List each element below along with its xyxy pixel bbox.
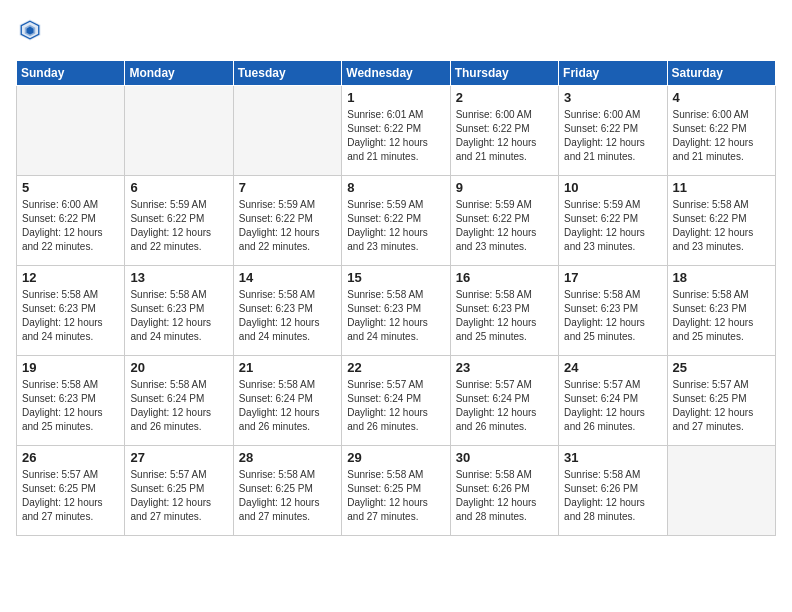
day-number: 25 xyxy=(673,360,770,375)
day-number: 8 xyxy=(347,180,444,195)
calendar-cell: 11Sunrise: 5:58 AM Sunset: 6:22 PM Dayli… xyxy=(667,176,775,266)
day-number: 28 xyxy=(239,450,336,465)
day-number: 4 xyxy=(673,90,770,105)
calendar-cell: 18Sunrise: 5:58 AM Sunset: 6:23 PM Dayli… xyxy=(667,266,775,356)
logo-icon xyxy=(16,16,44,44)
page-header xyxy=(16,16,776,44)
day-info: Sunrise: 5:57 AM Sunset: 6:25 PM Dayligh… xyxy=(673,378,770,434)
calendar-header-row: SundayMondayTuesdayWednesdayThursdayFrid… xyxy=(17,61,776,86)
day-number: 29 xyxy=(347,450,444,465)
calendar-week-2: 5Sunrise: 6:00 AM Sunset: 6:22 PM Daylig… xyxy=(17,176,776,266)
day-number: 31 xyxy=(564,450,661,465)
calendar-cell: 29Sunrise: 5:58 AM Sunset: 6:25 PM Dayli… xyxy=(342,446,450,536)
calendar-cell: 1Sunrise: 6:01 AM Sunset: 6:22 PM Daylig… xyxy=(342,86,450,176)
day-number: 24 xyxy=(564,360,661,375)
day-number: 20 xyxy=(130,360,227,375)
day-number: 12 xyxy=(22,270,119,285)
calendar-cell: 19Sunrise: 5:58 AM Sunset: 6:23 PM Dayli… xyxy=(17,356,125,446)
day-info: Sunrise: 5:59 AM Sunset: 6:22 PM Dayligh… xyxy=(456,198,553,254)
day-info: Sunrise: 5:59 AM Sunset: 6:22 PM Dayligh… xyxy=(239,198,336,254)
calendar-cell xyxy=(667,446,775,536)
day-info: Sunrise: 5:58 AM Sunset: 6:23 PM Dayligh… xyxy=(22,378,119,434)
day-number: 10 xyxy=(564,180,661,195)
day-number: 15 xyxy=(347,270,444,285)
day-info: Sunrise: 5:58 AM Sunset: 6:25 PM Dayligh… xyxy=(347,468,444,524)
day-info: Sunrise: 5:57 AM Sunset: 6:25 PM Dayligh… xyxy=(130,468,227,524)
calendar-week-1: 1Sunrise: 6:01 AM Sunset: 6:22 PM Daylig… xyxy=(17,86,776,176)
day-number: 26 xyxy=(22,450,119,465)
calendar-cell: 13Sunrise: 5:58 AM Sunset: 6:23 PM Dayli… xyxy=(125,266,233,356)
calendar-cell: 9Sunrise: 5:59 AM Sunset: 6:22 PM Daylig… xyxy=(450,176,558,266)
calendar-cell: 6Sunrise: 5:59 AM Sunset: 6:22 PM Daylig… xyxy=(125,176,233,266)
calendar-cell: 15Sunrise: 5:58 AM Sunset: 6:23 PM Dayli… xyxy=(342,266,450,356)
calendar-cell: 26Sunrise: 5:57 AM Sunset: 6:25 PM Dayli… xyxy=(17,446,125,536)
day-info: Sunrise: 5:58 AM Sunset: 6:22 PM Dayligh… xyxy=(673,198,770,254)
calendar-cell: 14Sunrise: 5:58 AM Sunset: 6:23 PM Dayli… xyxy=(233,266,341,356)
calendar-cell: 17Sunrise: 5:58 AM Sunset: 6:23 PM Dayli… xyxy=(559,266,667,356)
calendar-week-5: 26Sunrise: 5:57 AM Sunset: 6:25 PM Dayli… xyxy=(17,446,776,536)
day-info: Sunrise: 5:58 AM Sunset: 6:23 PM Dayligh… xyxy=(564,288,661,344)
day-info: Sunrise: 5:57 AM Sunset: 6:24 PM Dayligh… xyxy=(564,378,661,434)
day-info: Sunrise: 5:59 AM Sunset: 6:22 PM Dayligh… xyxy=(130,198,227,254)
day-number: 17 xyxy=(564,270,661,285)
day-info: Sunrise: 5:58 AM Sunset: 6:23 PM Dayligh… xyxy=(456,288,553,344)
day-number: 13 xyxy=(130,270,227,285)
day-number: 7 xyxy=(239,180,336,195)
calendar-cell: 4Sunrise: 6:00 AM Sunset: 6:22 PM Daylig… xyxy=(667,86,775,176)
calendar-cell: 30Sunrise: 5:58 AM Sunset: 6:26 PM Dayli… xyxy=(450,446,558,536)
day-info: Sunrise: 5:59 AM Sunset: 6:22 PM Dayligh… xyxy=(564,198,661,254)
calendar-table: SundayMondayTuesdayWednesdayThursdayFrid… xyxy=(16,60,776,536)
calendar-cell: 2Sunrise: 6:00 AM Sunset: 6:22 PM Daylig… xyxy=(450,86,558,176)
day-number: 21 xyxy=(239,360,336,375)
calendar-header-friday: Friday xyxy=(559,61,667,86)
day-info: Sunrise: 5:58 AM Sunset: 6:24 PM Dayligh… xyxy=(130,378,227,434)
calendar-cell: 22Sunrise: 5:57 AM Sunset: 6:24 PM Dayli… xyxy=(342,356,450,446)
calendar-cell: 31Sunrise: 5:58 AM Sunset: 6:26 PM Dayli… xyxy=(559,446,667,536)
calendar-header-tuesday: Tuesday xyxy=(233,61,341,86)
calendar-cell: 21Sunrise: 5:58 AM Sunset: 6:24 PM Dayli… xyxy=(233,356,341,446)
calendar-cell: 25Sunrise: 5:57 AM Sunset: 6:25 PM Dayli… xyxy=(667,356,775,446)
day-info: Sunrise: 5:57 AM Sunset: 6:24 PM Dayligh… xyxy=(456,378,553,434)
calendar-cell: 7Sunrise: 5:59 AM Sunset: 6:22 PM Daylig… xyxy=(233,176,341,266)
calendar-cell xyxy=(233,86,341,176)
day-number: 19 xyxy=(22,360,119,375)
day-number: 18 xyxy=(673,270,770,285)
day-info: Sunrise: 5:59 AM Sunset: 6:22 PM Dayligh… xyxy=(347,198,444,254)
day-info: Sunrise: 5:58 AM Sunset: 6:26 PM Dayligh… xyxy=(564,468,661,524)
calendar-cell: 16Sunrise: 5:58 AM Sunset: 6:23 PM Dayli… xyxy=(450,266,558,356)
calendar-cell: 5Sunrise: 6:00 AM Sunset: 6:22 PM Daylig… xyxy=(17,176,125,266)
calendar-cell: 28Sunrise: 5:58 AM Sunset: 6:25 PM Dayli… xyxy=(233,446,341,536)
day-info: Sunrise: 5:58 AM Sunset: 6:25 PM Dayligh… xyxy=(239,468,336,524)
calendar-header-saturday: Saturday xyxy=(667,61,775,86)
calendar-header-monday: Monday xyxy=(125,61,233,86)
day-number: 16 xyxy=(456,270,553,285)
day-info: Sunrise: 5:58 AM Sunset: 6:23 PM Dayligh… xyxy=(22,288,119,344)
calendar-cell: 3Sunrise: 6:00 AM Sunset: 6:22 PM Daylig… xyxy=(559,86,667,176)
calendar-week-3: 12Sunrise: 5:58 AM Sunset: 6:23 PM Dayli… xyxy=(17,266,776,356)
day-number: 14 xyxy=(239,270,336,285)
calendar-header-thursday: Thursday xyxy=(450,61,558,86)
calendar-cell: 20Sunrise: 5:58 AM Sunset: 6:24 PM Dayli… xyxy=(125,356,233,446)
day-number: 27 xyxy=(130,450,227,465)
day-info: Sunrise: 5:58 AM Sunset: 6:26 PM Dayligh… xyxy=(456,468,553,524)
day-info: Sunrise: 6:00 AM Sunset: 6:22 PM Dayligh… xyxy=(564,108,661,164)
calendar-cell: 24Sunrise: 5:57 AM Sunset: 6:24 PM Dayli… xyxy=(559,356,667,446)
calendar-header-sunday: Sunday xyxy=(17,61,125,86)
day-number: 9 xyxy=(456,180,553,195)
calendar-header-wednesday: Wednesday xyxy=(342,61,450,86)
day-number: 30 xyxy=(456,450,553,465)
logo xyxy=(16,16,48,44)
day-info: Sunrise: 6:00 AM Sunset: 6:22 PM Dayligh… xyxy=(673,108,770,164)
day-info: Sunrise: 5:57 AM Sunset: 6:25 PM Dayligh… xyxy=(22,468,119,524)
day-number: 6 xyxy=(130,180,227,195)
calendar-week-4: 19Sunrise: 5:58 AM Sunset: 6:23 PM Dayli… xyxy=(17,356,776,446)
day-number: 23 xyxy=(456,360,553,375)
calendar-cell: 10Sunrise: 5:59 AM Sunset: 6:22 PM Dayli… xyxy=(559,176,667,266)
day-info: Sunrise: 5:58 AM Sunset: 6:24 PM Dayligh… xyxy=(239,378,336,434)
calendar-cell xyxy=(125,86,233,176)
calendar-cell: 27Sunrise: 5:57 AM Sunset: 6:25 PM Dayli… xyxy=(125,446,233,536)
calendar-cell: 23Sunrise: 5:57 AM Sunset: 6:24 PM Dayli… xyxy=(450,356,558,446)
calendar-cell: 12Sunrise: 5:58 AM Sunset: 6:23 PM Dayli… xyxy=(17,266,125,356)
day-number: 1 xyxy=(347,90,444,105)
day-info: Sunrise: 6:00 AM Sunset: 6:22 PM Dayligh… xyxy=(456,108,553,164)
